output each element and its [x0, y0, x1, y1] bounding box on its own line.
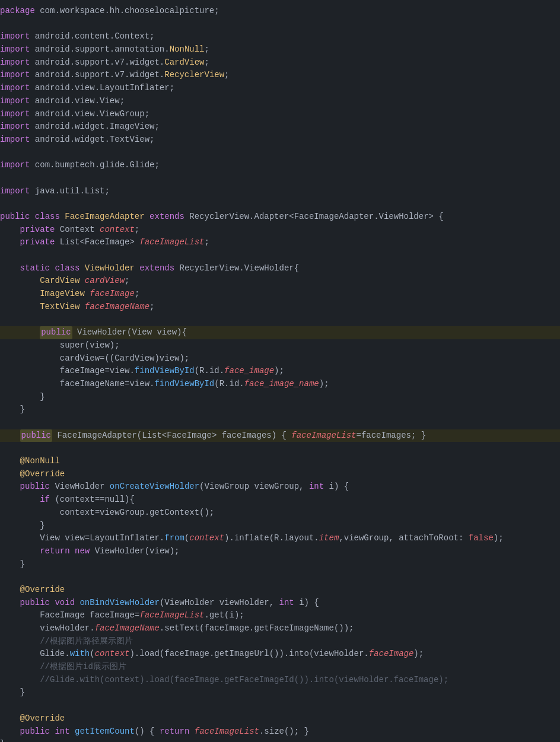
- code-line: import android.view.View;: [0, 95, 560, 108]
- token-kw-class: class: [35, 211, 60, 224]
- token-kw-import: import: [0, 43, 30, 56]
- token-kw-import: import: [0, 159, 30, 172]
- token-field-italic: context: [100, 224, 135, 237]
- token-type-name: TextView: [40, 301, 79, 314]
- token-normal: cardView=((CardView)view);: [0, 352, 189, 365]
- token-kw-public: public: [0, 211, 30, 224]
- code-line: import java.util.List;: [0, 185, 560, 198]
- token-kw-import: import: [0, 56, 30, 69]
- token-kw-import: import: [0, 69, 30, 82]
- token-normal: java.util.List;: [30, 185, 109, 198]
- token-normal: FaceImageAdapter(List<FaceImage> faceIma…: [52, 429, 291, 442]
- token-normal: .size(); }: [259, 725, 309, 738]
- token-kw-import: import: [0, 108, 30, 121]
- token-normal: android.support.v7.widget.: [30, 69, 164, 82]
- token-normal: i) {: [324, 480, 349, 493]
- token-field-italic: faceImage: [90, 288, 135, 301]
- token-normal: }: [0, 686, 25, 699]
- token-kw-extends: extends: [149, 211, 184, 224]
- token-field-italic: context: [95, 648, 130, 661]
- token-kw-public: public: [20, 725, 50, 738]
- code-line: }: [0, 558, 560, 571]
- token-normal: [0, 224, 20, 237]
- token-normal: :: [459, 532, 469, 545]
- code-line: import android.widget.TextView;: [0, 133, 560, 147]
- code-line: cardView=((CardView)view);: [0, 352, 560, 365]
- token-normal: faceImageName=view.: [0, 378, 154, 391]
- token-kw-return: return: [160, 725, 189, 738]
- token-normal: [0, 480, 20, 493]
- token-normal: [0, 326, 40, 339]
- token-normal: [0, 493, 40, 507]
- code-line: import android.view.LayoutInflater;: [0, 82, 560, 95]
- token-normal: [30, 211, 34, 224]
- token-normal: (R.id.: [195, 365, 224, 378]
- token-normal: [79, 301, 84, 314]
- token-normal: (: [184, 532, 189, 545]
- token-normal: [0, 725, 20, 738]
- token-normal: [50, 597, 55, 610]
- token-kw-public: public: [20, 480, 50, 493]
- token-normal: com.bumptech.glide.Glide;: [30, 159, 159, 172]
- token-normal: ).load(faceImage.getImageUrl()).into(vie…: [129, 648, 368, 661]
- code-line: //Glide.with(context).load(faceImage.get…: [0, 674, 560, 687]
- token-comment: //Glide.with(context).load(faceImage.get…: [0, 674, 448, 687]
- token-normal: (: [90, 648, 94, 661]
- token-kw-private: private: [20, 224, 55, 237]
- code-line: ImageView faceImage;: [0, 288, 560, 301]
- token-comment: //根据图片路径展示图片: [0, 635, 133, 648]
- code-line: View view=LayoutInflater.from(context).i…: [0, 532, 560, 545]
- token-kw-int: int: [55, 725, 69, 738]
- token-normal: [145, 211, 149, 224]
- token-normal: );: [319, 378, 329, 391]
- token-method: from: [164, 532, 184, 545]
- code-line: if (context==null){: [0, 493, 560, 507]
- token-normal: (ViewHolder viewHolder,: [160, 597, 279, 610]
- token-ann: NonNull: [170, 43, 205, 56]
- token-normal: [0, 584, 20, 597]
- token-normal: com.workspace.hh.chooselocalpicture;: [35, 5, 219, 18]
- token-comment: //根据图片id展示图片: [0, 661, 126, 674]
- token-ann: @Override: [20, 468, 65, 481]
- token-normal: super(view);: [0, 339, 120, 352]
- token-normal: [0, 288, 40, 301]
- token-method: onCreateViewHolder: [110, 480, 199, 493]
- token-normal: ;: [135, 224, 139, 237]
- token-normal: [50, 725, 55, 738]
- token-type-name: CardView: [40, 275, 79, 288]
- token-kw-return: return: [40, 545, 69, 558]
- token-normal: [50, 262, 55, 275]
- token-normal: [0, 236, 20, 249]
- token-normal: Context: [55, 224, 100, 237]
- token-normal: android.support.v7.widget.: [30, 56, 164, 69]
- code-line: context=viewGroup.getContext();: [0, 507, 560, 520]
- token-method: with: [70, 648, 90, 661]
- token-field-italic: faceImageList: [139, 236, 204, 249]
- code-line: viewHolder.faceImageName.setText(faceIma…: [0, 622, 560, 635]
- token-type-name: FaceImageAdapter: [65, 211, 144, 224]
- token-normal: [0, 597, 20, 610]
- token-kw-import: import: [0, 95, 30, 108]
- token-kw-if: if: [40, 493, 50, 507]
- code-editor: package com.workspace.hh.chooselocalpict…: [0, 0, 560, 742]
- token-normal: );: [274, 365, 284, 378]
- code-line: public class FaceImageAdapter extends Re…: [0, 211, 560, 224]
- token-field-italic: faceImage: [369, 648, 414, 661]
- token-type-name: ImageView: [40, 288, 85, 301]
- token-normal: [60, 211, 65, 224]
- code-line: [0, 314, 560, 327]
- token-method: findViewById: [135, 365, 195, 378]
- code-line: static class ViewHolder extends Recycler…: [0, 262, 560, 275]
- code-line: super(view);: [0, 339, 560, 352]
- token-field-italic: faceImageList: [291, 429, 356, 442]
- token-type-name: RecyclerView: [164, 69, 224, 82]
- token-normal: viewHolder.: [0, 622, 95, 635]
- code-line: public ViewHolder onCreateViewHolder(Vie…: [0, 480, 560, 493]
- token-kw-extends: extends: [139, 262, 174, 275]
- token-normal: RecyclerView.Adapter<FaceImageAdapter.Vi…: [184, 211, 444, 224]
- code-line: private List<FaceImage> faceImageList;: [0, 236, 560, 249]
- token-normal: (R.id.: [214, 378, 244, 391]
- token-kw-public: public: [20, 597, 50, 610]
- token-kw-class: class: [55, 262, 79, 275]
- code-line: [0, 571, 560, 584]
